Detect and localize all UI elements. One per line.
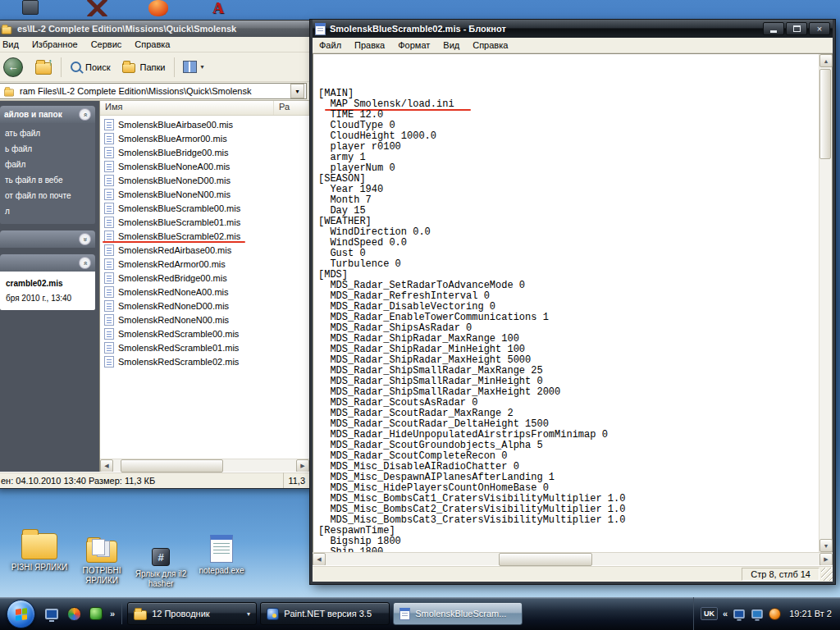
file-item[interactable]: SmolenskRedScramble02.mis [100,354,309,368]
file-tasks-header[interactable]: айлов и папок » [0,106,95,123]
close-button[interactable]: × [809,22,830,35]
file-item[interactable]: SmolenskRedScramble00.mis [100,326,309,340]
scroll-up-icon[interactable]: ▲ [819,54,833,67]
up-button[interactable] [30,56,57,78]
show-desktop-icon[interactable] [43,605,60,622]
taskbar-buttons: 12 Проводник ▾ Paint.NET версия 3.5 Smol… [122,602,693,625]
mis-file-icon [104,203,114,214]
messenger-icon[interactable] [88,605,104,622]
search-button[interactable]: Поиск [66,58,115,75]
other-places-header[interactable]: » [0,231,95,248]
quicklaunch-more-icon[interactable]: » [110,609,115,619]
file-item[interactable]: SmolenskBlueScramble00.mis [100,201,309,215]
task-link[interactable]: ть файл в вебе [5,176,90,185]
file-item[interactable]: SmolenskRedAirbase00.mis [100,243,309,257]
tray-collapse-icon[interactable]: « [723,609,728,619]
file-item[interactable]: SmolenskBlueNoneD00.mis [100,173,309,187]
task-link[interactable]: файл [5,160,90,170]
back-button[interactable]: ← [0,54,28,80]
desktop-icon-label: РІЗНІ ЯРЛИКИ [7,563,72,573]
chevron-up-icon[interactable]: » [79,108,91,121]
menu-view[interactable]: Вид [436,39,466,52]
menu-help[interactable]: Справка [466,39,514,52]
minimize-button[interactable] [763,22,784,35]
mis-file-icon [104,147,114,158]
scroll-thumb[interactable] [121,459,223,472]
file-item[interactable]: SmolenskBlueNoneA00.mis [100,159,309,173]
folders-icon [122,63,135,73]
views-button[interactable]: ▾ [179,58,208,75]
maximize-button[interactable] [786,22,807,35]
clock[interactable]: 19:21 Вт 2 [786,609,832,619]
scroll-right-icon[interactable]: ▶ [819,553,833,566]
chevron-down-icon[interactable]: » [79,233,91,245]
partial-desktop-icon[interactable] [22,0,39,15]
scroll-down-icon[interactable]: ▼ [819,539,833,552]
notepad-text-area[interactable]: [MAIN] MAP Smolensk/load.ini TIME 12.0 C… [313,54,819,552]
notepad-titlebar[interactable]: SmolenskBlueScramble02.mis - Блокнот × [313,20,833,38]
column-name[interactable]: Имя [100,101,274,115]
file-item[interactable]: SmolenskRedNoneD00.mis [100,299,309,313]
firefox-icon[interactable] [769,608,781,620]
menu-help[interactable]: Справка [128,38,176,51]
network-icon[interactable] [733,609,745,618]
file-item[interactable]: SmolenskRedArmor00.mis [100,257,309,271]
partial-desktop-icon[interactable]: A [212,0,224,16]
file-item[interactable]: SmolenskBlueNoneN00.mis [100,187,309,201]
file-item[interactable]: SmolenskRedBridge00.mis [100,271,309,285]
scroll-right-icon[interactable]: ▶ [296,459,309,472]
menu-view[interactable]: Вид [0,38,25,51]
desktop-icon-il2-hasher[interactable]: Ярлык для il2 hasher [128,533,194,589]
scroll-left-icon[interactable]: ◀ [313,553,326,566]
details-date: бря 2010 г., 13:40 [6,294,89,303]
partial-desktop-icon[interactable] [148,0,168,16]
menu-edit[interactable]: Правка [348,39,391,52]
taskbar-button-paintnet[interactable]: Paint.NET версия 3.5 [260,602,390,625]
menu-file[interactable]: Файл [313,39,348,52]
task-link[interactable]: ать файл [5,129,90,139]
language-indicator[interactable]: UK [701,607,718,620]
explorer-hscrollbar[interactable]: ◀ ▶ [100,459,309,472]
menu-favorites[interactable]: Избранное [25,38,84,51]
desktop-icon-notepad-exe[interactable]: notepad.exe [189,530,254,576]
task-link[interactable]: ь файл [5,144,90,154]
file-item[interactable]: SmolenskBlueAirbase00.mis [100,117,309,131]
file-item[interactable]: SmolenskBlueScramble01.mis [100,215,309,229]
file-item[interactable]: SmolenskBlueBridge00.mis [100,145,309,159]
address-dropdown[interactable]: ▾ [290,84,304,98]
column-size[interactable]: Ра [274,101,309,115]
folders-button[interactable]: Папки [117,57,170,76]
file-item[interactable]: SmolenskRedNoneN00.mis [100,313,309,326]
explorer-titlebar[interactable]: es\IL-2 Complete Edition\Missions\Quick\… [0,21,309,37]
notepad-line: Bigship 1800 [318,536,819,547]
menu-tools[interactable]: Сервис [84,38,129,51]
resize-grip[interactable] [821,568,833,581]
partial-desktop-icon[interactable] [85,0,108,16]
media-player-icon[interactable] [66,605,82,622]
notepad-hscrollbar[interactable]: ◀ ▶ [313,552,833,565]
file-item[interactable]: SmolenskRedNoneA00.mis [100,285,309,299]
task-link[interactable]: л [5,207,90,217]
explorer-toolbar: ← Поиск Папки ▾ [0,52,309,82]
group-dropdown-icon: ▾ [247,610,250,618]
taskbar-button-explorer-group[interactable]: 12 Проводник ▾ [127,602,257,625]
desktop-icon-label: ПОТРІБНІ ЯРЛИКИ [69,566,135,586]
task-link[interactable]: от файл по почте [5,191,90,201]
notepad-vscrollbar[interactable]: ▲ ▼ [819,54,832,552]
scroll-thumb[interactable] [819,69,831,159]
address-input[interactable]: ram Files\IL-2 Complete Edition\Missions… [0,83,307,99]
scroll-left-icon[interactable]: ◀ [100,459,113,472]
menu-format[interactable]: Формат [391,39,436,52]
desktop-icon-rizni-yarlyky[interactable]: РІЗНІ ЯРЛИКИ [7,527,72,573]
start-button[interactable] [7,600,35,628]
scroll-thumb[interactable] [499,553,592,566]
display-settings-icon[interactable] [751,609,763,618]
details-header[interactable]: » [0,254,95,272]
desktop-icon-potribni-yarlyky[interactable]: ПОТРІБНІ ЯРЛИКИ [69,530,135,586]
file-item[interactable]: SmolenskBlueScramble02.mis [100,229,309,243]
chevron-up-icon[interactable]: » [79,257,91,269]
taskbar-button-notepad[interactable]: SmolenskBlueScram... [393,602,523,625]
file-item[interactable]: SmolenskRedScramble01.mis [100,340,309,354]
file-item[interactable]: SmolenskBlueArmor00.mis [100,131,309,145]
toolbar-separator [174,57,175,77]
